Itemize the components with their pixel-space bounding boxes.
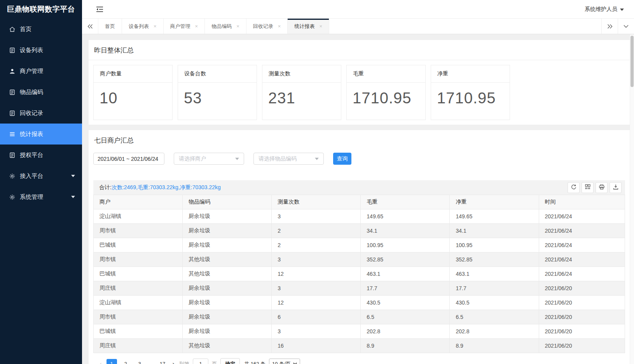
next-page-icon[interactable]: › [171,361,176,364]
stat-card-net-weight: 净重 1710.95 [431,65,510,120]
table-row: 淀山湖镇厨余垃圾3149.65149.652021/06/24 [94,209,625,224]
tab-merchant-management[interactable]: 商户管理 × [164,19,205,34]
cell-gross-weight: 17.7 [361,281,450,296]
tab-item-code[interactable]: 物品编码 × [205,19,246,34]
sidebar-item-item-code[interactable]: 物品编码 [0,82,82,103]
top-header: 系统维护人员 [82,0,634,19]
cell-merchant: 周庄镇 [94,281,183,296]
close-icon[interactable]: × [236,24,239,29]
print-icon [599,184,604,191]
sidebar-item-statistics-report[interactable]: 统计报表 [0,124,82,145]
sidebar-item-merchant-management[interactable]: 商户管理 [0,61,82,82]
sidebar-item-recycle-records[interactable]: 回收记录 [0,103,82,124]
search-button[interactable]: 查询 [333,153,351,165]
tab-recycle-records[interactable]: 回收记录 × [246,19,288,34]
cell-item-code: 厨余垃圾 [183,209,272,224]
close-icon[interactable]: × [278,24,281,29]
cell-item-code: 厨余垃圾 [183,281,272,296]
export-button[interactable] [610,182,622,193]
prev-page-icon[interactable]: ‹ [98,361,103,364]
merchant-select-placeholder: 请选择商户 [179,155,235,162]
cell-measure-count: 2 [272,224,361,238]
sidebar-item-label: 系统管理 [20,193,43,201]
totals-prefix: 合计: [99,184,112,190]
cell-net-weight: 430.5 [450,296,539,310]
totals-text: 合计:次数:2469,毛重:70303.22kg,净重:70303.22kg [99,184,221,191]
sidebar-collapse-icon[interactable] [96,6,104,12]
totals-values: 次数:2469,毛重:70303.22kg,净重:70303.22kg [112,184,221,190]
stat-label: 商户数量 [94,65,172,83]
user-name: 系统维护人员 [585,6,617,13]
cell-gross-weight: 463.1 [361,267,450,281]
tab-label: 首页 [105,23,115,30]
cell-gross-weight: 352.85 [361,253,450,267]
refresh-button[interactable] [568,182,580,193]
cell-time: 2021/06/20 [539,339,625,353]
cell-measure-count: 12 [272,296,361,310]
sidebar-item-device-list[interactable]: 设备列表 [0,40,82,61]
refresh-icon [571,184,576,191]
sidebar-item-label: 首页 [20,26,31,33]
cell-measure-count: 3 [272,253,361,267]
page-button-17[interactable]: 17 [157,359,168,364]
yesterday-summary-title: 昨日整体汇总 [89,40,630,60]
cell-merchant: 淀山湖镇 [94,209,183,224]
page-button-3[interactable]: 3 [134,359,145,364]
sidebar-item-home[interactable]: 首页 [0,19,82,40]
cell-merchant: 周市镇 [94,253,183,267]
page-button-1[interactable]: 1 [107,359,117,364]
sidebar-item-access-platform[interactable]: 接入平台 [0,165,82,186]
sidebar-item-label: 授权平台 [20,152,43,159]
cell-net-weight: 202.8 [450,324,539,339]
cell-merchant: 巴城镇 [94,238,183,253]
table-row: 周庄镇厨余垃圾317.717.72021/06/20 [94,281,625,296]
tabs-scroll-right-icon[interactable] [601,19,618,34]
page-size-select[interactable]: 10 条/页 [269,359,300,364]
cell-gross-weight: 149.65 [361,209,450,224]
merchant-select[interactable]: 请选择商户 [174,153,244,165]
tabs-menu-icon[interactable] [618,19,634,34]
goto-confirm-button[interactable]: 确定 [220,358,240,364]
cell-net-weight: 352.85 [450,253,539,267]
report-icon [9,131,16,138]
cell-measure-count: 16 [272,339,361,353]
stat-value: 1710.95 [347,83,425,120]
tab-home[interactable]: 首页 [98,19,122,34]
stat-value: 53 [178,83,257,120]
print-button[interactable] [596,182,608,193]
tab-statistics-report[interactable]: 统计报表 × [288,19,329,34]
cell-measure-count: 12 [272,267,361,281]
page-button-2[interactable]: 2 [121,359,131,364]
goto-page-input[interactable] [193,359,208,364]
cell-net-weight: 17.7 [450,281,539,296]
close-icon[interactable]: × [319,24,322,29]
sidebar-item-auth-platform[interactable]: 授权平台 [0,145,82,165]
scrollbar-thumb[interactable] [631,36,634,87]
sidebar-item-system-management[interactable]: 系统管理 [0,186,82,207]
chevron-down-icon [71,175,75,177]
cell-measure-count: 3 [272,209,361,224]
cell-item-code: 其他垃圾 [183,253,272,267]
stat-label: 测量次数 [262,65,341,83]
vertical-scrollbar[interactable] [630,35,634,364]
cell-time: 2021/06/24 [539,267,625,281]
stat-label: 设备台数 [178,65,257,83]
columns-button[interactable] [582,182,594,193]
cell-measure-count: 3 [272,281,361,296]
close-icon[interactable]: × [195,24,198,29]
close-icon[interactable]: × [154,24,157,29]
stat-card-measure-count: 测量次数 231 [262,65,341,120]
stat-value: 1710.95 [431,83,510,120]
tab-bar: 首页 设备列表 × 商户管理 × 物品编码 × 回收记录 × 统计报表 × [82,19,634,34]
cell-net-weight: 6.5 [450,310,539,324]
user-menu[interactable]: 系统维护人员 [585,6,624,13]
tabs-scroll-left-icon[interactable] [82,19,98,34]
tab-device-list[interactable]: 设备列表 × [122,19,164,34]
table-area: 合计:次数:2469,毛重:70303.22kg,净重:70303.22kg [93,180,625,364]
cell-net-weight: 34.1 [450,224,539,238]
col-item-code: 物品编码 [183,195,272,209]
page-unit-label: 页 [212,361,217,364]
pagination: ‹ 1 2 3 ... 17 › 到第 页 确定 共 162 条 10 条/页 [93,353,625,364]
item-code-select[interactable]: 请选择物品编码 [253,153,324,165]
date-range-input[interactable] [93,153,164,165]
